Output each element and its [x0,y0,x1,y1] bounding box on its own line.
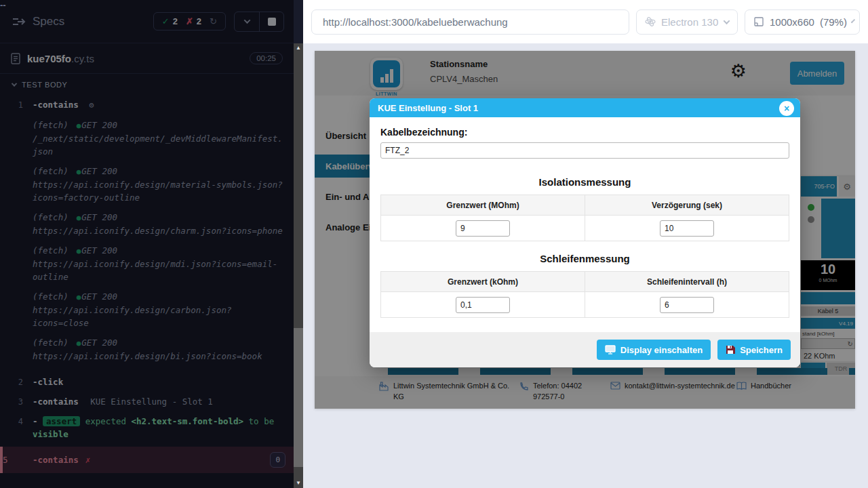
iso-heading: Isolationsmessung [380,176,789,188]
app-under-test: LITTWIN Stationsname CPLV4_Maschen ⚙ Abm… [315,51,855,409]
chevron-down-icon [851,18,855,22]
electron-icon [645,16,656,27]
floppy-icon [726,345,735,354]
iso-limit-input[interactable] [456,220,510,237]
ruler-icon [753,16,764,27]
iso-col2-header: Verzögerung (sek) [585,195,789,216]
scroll-up-icon[interactable]: ▲ [294,43,303,53]
browser-viewport: LITTWIN Stationsname CPLV4_Maschen ⚙ Abm… [303,43,868,488]
url-input[interactable] [312,16,629,28]
cypress-reporter-panel: Specs ✓2 ✗2 ↻-- kue705fo.cy.ts 00:25 TES… [0,0,294,488]
iso-delay-input[interactable] [660,220,714,237]
modal-header: KUE Einstellung - Slot 1 × [370,98,800,117]
scroll-down-icon[interactable]: ▼ [294,479,303,488]
browser-chrome-bar: Electron 130 1000x660 (79%) [303,0,868,43]
viewport-size: 1000x660 [770,16,814,28]
cable-label: Kabelbezeichnung: [380,127,789,138]
test-stats: ✓2 ✗2 ↻-- [153,12,226,30]
modal-body: Kabelbezeichnung: Isolationsmessung Gren… [370,117,800,324]
cable-name-input[interactable] [380,142,789,159]
monitor-icon [605,345,616,354]
panel-gap [294,0,303,43]
viewport-zoom: (79%) [820,16,847,28]
chevron-down-icon [724,18,730,24]
browser-name: Electron 130 [661,16,718,28]
stat-pending: ↻-- [210,16,217,26]
loop-col2-header: Schleifenintervall (h) [585,272,789,292]
display-on-button[interactable]: Display einschalten [597,340,711,360]
reporter-header: Specs ✓2 ✗2 ↻-- [0,0,294,43]
loop-table: Grenzwert (kOhm) Schleifenintervall (h) [380,271,789,318]
loop-limit-input[interactable] [456,297,510,313]
loop-col1-header: Grenzwert (kOhm) [381,272,585,292]
kue-settings-modal: KUE Einstellung - Slot 1 × Kabelbezeichn… [370,98,800,367]
loop-interval-input[interactable] [660,297,714,313]
viewport-select[interactable]: 1000x660 (79%) [745,9,860,35]
save-button[interactable]: Speichern [717,340,791,360]
modal-title: KUE Einstellung - Slot 1 [378,103,478,113]
close-icon[interactable]: × [779,101,794,116]
modal-footer: Display einschalten Speichern [370,332,800,367]
browser-select[interactable]: Electron 130 [636,9,738,35]
iso-col1-header: Grenzwert (MOhm) [381,195,585,216]
scrollbar-thumb[interactable] [294,328,303,467]
iso-table: Grenzwert (MOhm) Verzögerung (sek) [380,195,789,241]
loop-heading: Schleifenmessung [380,253,789,264]
address-bar[interactable] [311,9,629,35]
reporter-scrollbar[interactable]: ▲ ▼ [294,43,303,488]
